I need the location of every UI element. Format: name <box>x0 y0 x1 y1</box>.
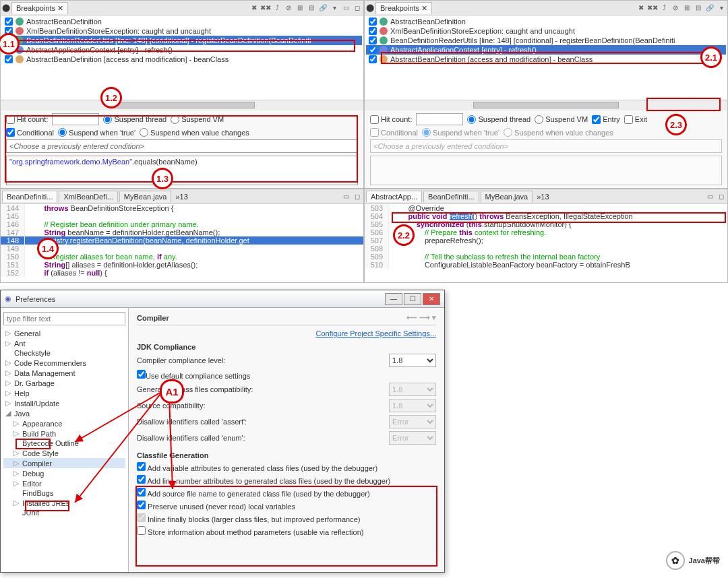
entry-check[interactable]: Entry <box>592 115 620 124</box>
bp-checkbox[interactable] <box>5 46 13 54</box>
condition-textarea[interactable]: "org.springframework.demo.MyBean".equals… <box>6 156 358 185</box>
tree-item[interactable]: ▷Code Style <box>3 448 125 458</box>
preferences-tree[interactable]: ▷General▷AntCheckstyle▷Code Recommenders… <box>1 308 129 572</box>
remove-all-icon[interactable]: ✖✖ <box>261 3 270 13</box>
minimize-icon[interactable]: ▭ <box>341 192 351 201</box>
editor-tab[interactable]: BeanDefiniti... <box>2 191 57 202</box>
suspend-vm-radio[interactable]: Suspend VM <box>535 115 588 124</box>
tree-item[interactable]: ▷Ant <box>3 338 125 348</box>
editor-tab[interactable]: MyBean.java <box>119 191 172 202</box>
compiler-level-select[interactable]: 1.8 <box>389 354 436 367</box>
minimize-icon[interactable]: ▭ <box>341 3 351 13</box>
condition-history-dropdown[interactable]: <Choose a previously entered condition> <box>6 139 358 153</box>
filter-input[interactable] <box>3 312 125 325</box>
breakpoints-list[interactable]: AbstractBeanDefinition XmlBeanDefinition… <box>1 15 363 100</box>
classfile-option[interactable]: Add source file name to generated class … <box>137 488 370 498</box>
tree-item[interactable]: ▷Installed JREs <box>3 498 125 508</box>
goto-icon[interactable]: ⤴ <box>272 3 282 13</box>
tab-overflow[interactable]: »13 <box>173 193 190 201</box>
classfile-option[interactable]: Add line number attributes to generated … <box>137 475 390 485</box>
tree-item[interactable]: ▷Install/Update <box>3 398 125 408</box>
maximize-icon[interactable]: ◻ <box>717 192 726 201</box>
hit-count-check[interactable]: Hit count: <box>370 115 412 124</box>
exit-check[interactable]: Exit <box>624 115 647 124</box>
editor-tab[interactable]: BeanDefiniti... <box>423 191 479 202</box>
goto-icon[interactable]: ⤴ <box>659 3 669 13</box>
maximize-icon[interactable]: ◻ <box>353 3 362 13</box>
suspend-thread-radio[interactable]: Suspend thread <box>467 115 530 124</box>
skip-icon[interactable]: ⊘ <box>671 3 680 13</box>
skip-icon[interactable]: ⊘ <box>284 3 293 13</box>
project-settings-link[interactable]: Configure Project Specific Settings... <box>137 329 436 338</box>
collapse-icon[interactable]: ⊟ <box>307 3 316 13</box>
editor-tab[interactable]: MyBean.java <box>481 191 533 202</box>
tree-item[interactable]: ▷Debug <box>3 468 125 478</box>
tree-item[interactable]: ▷Editor <box>3 478 125 488</box>
minimize-icon[interactable]: ▭ <box>705 192 715 201</box>
remove-icon[interactable]: ✖ <box>636 3 646 13</box>
breakpoints-list[interactable]: AbstractBeanDefinition XmlBeanDefinition… <box>365 15 727 100</box>
link-icon[interactable]: 🔗 <box>705 3 715 13</box>
minimize-button[interactable]: — <box>385 293 402 305</box>
conditional-check[interactable]: Conditional <box>6 128 54 137</box>
tree-item[interactable]: ◢Java <box>3 408 125 418</box>
tree-item[interactable]: ▷Code Recommenders <box>3 358 125 368</box>
tree-item[interactable]: ▷Data Management <box>3 368 125 378</box>
suspend-true-radio[interactable]: Suspend when 'true' <box>58 128 135 137</box>
bp-checkbox[interactable] <box>369 55 377 63</box>
menu-icon[interactable]: ▾ <box>330 3 339 13</box>
bp-row-selected[interactable]: AbstractApplicationContext [entry] - ref… <box>366 45 726 55</box>
close-button[interactable]: ✕ <box>423 293 440 305</box>
back-icon[interactable]: ⟵ <box>406 313 417 322</box>
tree-item[interactable]: Checkstyle <box>3 348 125 358</box>
menu-icon[interactable]: ▾ <box>717 3 726 13</box>
bp-row-selected[interactable]: BeanDefinitionReaderUtils [line: 148] [c… <box>2 36 362 45</box>
tree-item[interactable]: FindBugs <box>3 488 125 498</box>
bp-checkbox[interactable] <box>5 36 13 44</box>
tree-item[interactable]: JUnit <box>3 508 125 517</box>
maximize-icon[interactable]: ◻ <box>353 192 362 201</box>
tab-breakpoints[interactable]: Breakpoints ✕ <box>11 2 68 14</box>
suspend-thread-radio[interactable]: Suspend thread <box>103 115 166 124</box>
bp-checkbox[interactable] <box>369 27 377 35</box>
editor-tab[interactable]: XmlBeanDefi... <box>59 191 117 202</box>
bp-checkbox[interactable] <box>5 55 13 63</box>
link-icon[interactable]: 🔗 <box>318 3 328 13</box>
suspend-true-radio[interactable]: Suspend when 'true' <box>422 128 499 137</box>
conditional-check[interactable]: Conditional <box>370 128 418 137</box>
suspend-change-radio[interactable]: Suspend when value changes <box>504 128 613 137</box>
hit-count-input[interactable] <box>52 113 99 125</box>
suspend-change-radio[interactable]: Suspend when value changes <box>140 128 249 137</box>
remove-icon[interactable]: ✖ <box>249 3 259 13</box>
tree-item[interactable]: ▷General <box>3 328 125 338</box>
bp-checkbox[interactable] <box>369 36 377 44</box>
maximize-button[interactable]: ☐ <box>404 293 421 305</box>
expand-icon[interactable]: ⊞ <box>295 3 305 13</box>
classfile-option[interactable]: Preserve unused (never read) local varia… <box>137 501 295 511</box>
dialog-titlebar[interactable]: ◉ Preferences — ☐ ✕ <box>1 290 444 308</box>
tree-item[interactable]: ▷Build Path <box>3 428 125 439</box>
code-editor[interactable]: 144 throws BeanDefinitionStoreException … <box>1 204 363 282</box>
tab-breakpoints[interactable]: Breakpoints ✕ <box>375 2 432 14</box>
bp-checkbox[interactable] <box>369 46 377 54</box>
tree-item[interactable]: Bytecode Outline <box>3 439 125 448</box>
use-default-check[interactable]: Use default compliance settings <box>137 370 250 380</box>
expand-icon[interactable]: ⊞ <box>682 3 692 13</box>
remove-all-icon[interactable]: ✖✖ <box>648 3 657 13</box>
bp-checkbox[interactable] <box>369 18 377 26</box>
tree-item[interactable]: ▷Compiler <box>3 458 125 468</box>
hit-count-input[interactable] <box>416 113 463 125</box>
classfile-option[interactable]: Add variable attributes to generated cla… <box>137 462 377 472</box>
collapse-icon[interactable]: ⊟ <box>694 3 703 13</box>
tab-overflow[interactable]: »13 <box>534 193 551 201</box>
editor-tab[interactable]: AbstractApp... <box>366 191 422 202</box>
tree-item[interactable]: ▷Help <box>3 388 125 398</box>
tree-item[interactable]: ▷Dr. Garbage <box>3 378 125 388</box>
hit-count-check[interactable]: Hit count: <box>6 115 48 124</box>
h-scrollbar[interactable] <box>1 100 363 110</box>
h-scrollbar[interactable] <box>365 100 727 110</box>
classfile-option[interactable]: Store information about method parameter… <box>137 526 363 536</box>
bp-checkbox[interactable] <box>5 18 13 26</box>
suspend-vm-radio[interactable]: Suspend VM <box>171 115 224 124</box>
code-editor[interactable]: 503 @Override504 public void refresh() t… <box>365 204 727 282</box>
